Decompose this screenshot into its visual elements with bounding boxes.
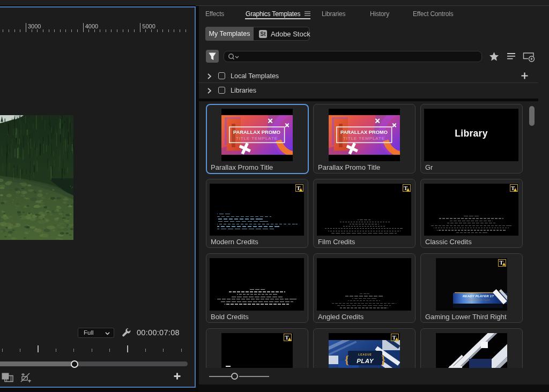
svg-text:{: {: [344, 353, 348, 366]
svg-text:TITLE TEMPLATE: TITLE TEMPLATE: [343, 136, 384, 141]
svg-text:LEAGUE: LEAGUE: [358, 353, 372, 356]
svg-text:}: }: [381, 353, 385, 366]
svg-text:TITLE TEMPLATE: TITLE TEMPLATE: [235, 136, 277, 141]
svg-text:PARALLAX PROMO: PARALLAX PROMO: [233, 130, 280, 135]
svg-text:READY PLAYER 1?: READY PLAYER 1?: [462, 295, 493, 298]
svg-text:PLAY: PLAY: [357, 358, 374, 364]
svg-text:SMASH BROS TEAM: SMASH BROS TEAM: [466, 299, 490, 301]
svg-text:PARALLAX PROMO: PARALLAX PROMO: [340, 130, 388, 135]
